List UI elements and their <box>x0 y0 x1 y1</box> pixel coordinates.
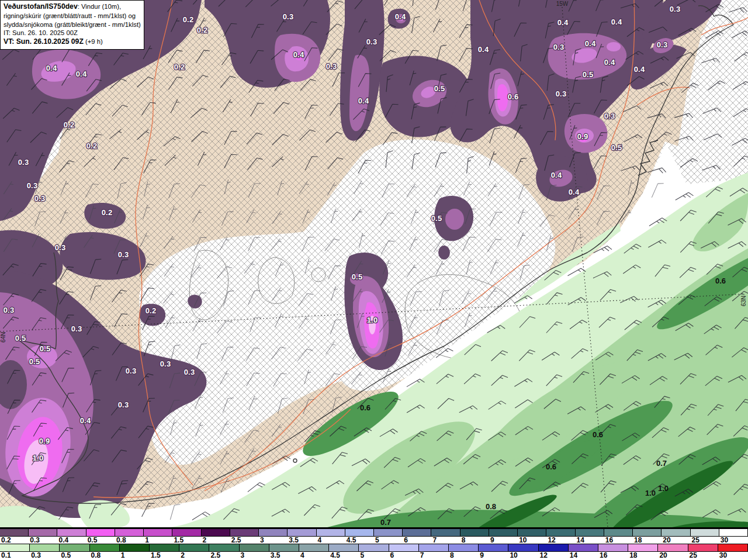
snow-value-label: 0.5 <box>29 357 40 366</box>
colorbar-tick-label: 30 <box>719 551 727 559</box>
colorbar-tick-label: 7 <box>420 551 424 559</box>
snow-value-label: 0.2 <box>86 141 98 150</box>
colorbar-tick-label: 0.5 <box>88 536 98 544</box>
colorbar-swatch <box>598 544 628 551</box>
snow-value-label: 0.3 <box>34 194 46 203</box>
snow-value-label: 0.4 <box>80 416 91 425</box>
title-line-1: Veðurstofan/IS750dev: Vindur (10m), <box>4 2 141 12</box>
colorbar-swatch <box>628 544 658 551</box>
colorbar-swatch <box>30 544 60 551</box>
colorbar-tick-label: 25 <box>690 551 697 559</box>
colorbar-tick-label: 4 <box>318 536 322 544</box>
colorbar-tick-label: 5 <box>375 536 379 544</box>
colorbar-tick-label: 9 <box>480 551 484 559</box>
colorbar-tick-label: 3.5 <box>289 536 299 544</box>
colorbar-swatch <box>449 544 479 551</box>
colorbar-swatch <box>489 529 518 536</box>
title-box: Veðurstofan/IS750dev: Vindur (10m), rign… <box>0 0 144 50</box>
weather-map: 15W 64N 63N 0.20.20.30.40.30.30.40.40.40… <box>0 0 748 527</box>
snow-value-label: 0.3 <box>126 367 137 375</box>
title-line-3: slydda/snjókoma (grátt/bleikt/grænt - mm… <box>4 20 141 29</box>
colorbar-swatch <box>719 529 748 536</box>
colorbar-swatch <box>299 544 329 551</box>
snow-value-label: 0.3 <box>27 181 38 190</box>
snow-value-label: 0.3 <box>71 324 82 333</box>
colorbar-tick-label: 3 <box>241 551 245 559</box>
colorbar-swatch <box>57 529 86 536</box>
colorbar-swatch <box>479 544 508 551</box>
colorbar-swatch <box>0 544 30 551</box>
colorbar-legend: 0.20.30.40.50.811.522.533.544.5567891012… <box>0 527 748 560</box>
snow-value-label: 0.4 <box>604 58 615 67</box>
snow-value-label: 0.4 <box>293 50 304 59</box>
colorbar-tick-label: 16 <box>605 536 613 544</box>
colorbar-tick-label: 8 <box>450 551 454 559</box>
colorbar-tick-label: 0.8 <box>116 536 126 544</box>
colorbar-swatch <box>359 544 389 551</box>
colorbar-swatch <box>202 529 230 536</box>
snow-value-label: 0.3 <box>604 112 615 120</box>
colorbar-swatch <box>688 544 718 551</box>
colorbar-tick-label: 12 <box>548 536 555 544</box>
rain-value-label: 0.6 <box>360 403 370 412</box>
colorbar-swatch <box>460 529 489 536</box>
colorbar-swatch <box>431 529 460 536</box>
colorbar-swatch <box>403 529 431 536</box>
snow-value-label: 0.5 <box>583 70 594 79</box>
snow-value-label: 0.3 <box>18 158 29 167</box>
colorbar-swatch <box>230 529 259 536</box>
snow-value-label: 1.0 <box>367 316 378 324</box>
rain-colorbar-labels: 0.10.30.50.811.522.533.544.5567891012141… <box>0 552 748 559</box>
colorbar-tick-label: 3 <box>260 536 264 544</box>
rain-value-label: 1.0 <box>645 489 656 497</box>
parallel-left-label: 64N <box>0 332 6 343</box>
colorbar-tick-label: 0.5 <box>61 551 71 559</box>
colorbar-tick-label: 0.2 <box>1 536 11 544</box>
colorbar-tick-label: 0.3 <box>31 551 41 559</box>
colorbar-tick-label: 20 <box>663 536 670 544</box>
snow-value-label: 0.2 <box>102 208 113 217</box>
colorbar-tick-label: 1 <box>145 536 149 544</box>
colorbar-tick-label: 18 <box>634 536 642 544</box>
colorbar-tick-label: 0.4 <box>58 536 68 544</box>
snow-value-label: 0.2 <box>64 120 75 129</box>
colorbar-tick-label: 4 <box>300 551 304 559</box>
snow-value-label: 0.3 <box>670 5 681 13</box>
snow-value-label: 0.3 <box>326 62 337 71</box>
forecast-map-canvas: 15W 64N 63N 0.20.20.30.40.30.30.40.40.40… <box>0 0 748 527</box>
snow-value-label: 0.4 <box>76 70 87 78</box>
colorbar-swatch <box>691 529 719 536</box>
colorbar-swatch <box>90 544 120 551</box>
snow-value-label: 0.3 <box>118 400 129 409</box>
colorbar-swatch <box>150 544 179 551</box>
colorbar-swatch <box>658 544 688 551</box>
snow-colorbar <box>0 528 748 537</box>
colorbar-swatch <box>329 544 359 551</box>
valid-time: VT: Sun. 26.10.2025 09Z (+9 h) <box>4 37 141 47</box>
colorbar-swatch <box>0 529 29 536</box>
colorbar-swatch <box>718 544 748 551</box>
title-line-2: rigning/skúrir (grænt/blátt/rautt - mm/1… <box>4 12 141 20</box>
product-name: Veðurstofan/IS750dev <box>4 2 78 11</box>
colorbar-swatch <box>518 529 546 536</box>
snow-value-label: 1.0 <box>33 454 44 462</box>
snow-value-label: 0.4 <box>358 96 369 105</box>
snow-value-label: 0.6 <box>508 92 519 101</box>
snow-value-label: 0.5 <box>434 84 445 93</box>
colorbar-tick-label: 10 <box>519 536 527 544</box>
snow-value-label: 0.3 <box>118 250 129 259</box>
colorbar-swatch <box>389 544 419 551</box>
colorbar-swatch <box>120 544 150 551</box>
colorbar-tick-label: 0.3 <box>30 536 40 544</box>
snow-value-label: 0.2 <box>197 26 208 34</box>
colorbar-tick-label: 9 <box>490 536 494 544</box>
rain-value-label: 0.6 <box>715 276 726 285</box>
snow-value-label: 0.5 <box>611 143 622 152</box>
colorbar-tick-label: 12 <box>540 551 548 559</box>
snow-value-label: 0.3 <box>556 89 567 98</box>
snow-value-label: 0.3 <box>553 43 565 51</box>
snow-value-label: 0.3 <box>4 306 15 314</box>
colorbar-tick-label: 1.5 <box>174 536 183 544</box>
colorbar-swatch <box>539 544 569 551</box>
snow-value-label: 0.3 <box>160 359 171 368</box>
